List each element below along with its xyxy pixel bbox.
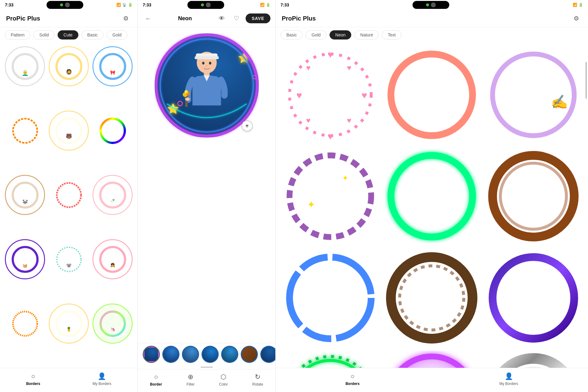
svg-text:👧: 👧 bbox=[110, 262, 115, 267]
tab-gold-right[interactable]: Gold bbox=[306, 30, 326, 40]
list-item[interactable]: 🐼 bbox=[5, 175, 45, 215]
list-item[interactable] bbox=[383, 46, 480, 143]
svg-point-59 bbox=[391, 257, 473, 339]
svg-point-57 bbox=[500, 163, 566, 229]
svg-point-21 bbox=[13, 311, 37, 336]
list-item[interactable] bbox=[383, 148, 480, 245]
svg-text:♥: ♥ bbox=[347, 116, 352, 125]
neon-ring-svg-7 bbox=[282, 249, 379, 346]
nav-color[interactable]: ⬡ Color bbox=[214, 372, 233, 388]
nav-my-borders-left[interactable]: 👤 My Borders bbox=[88, 371, 116, 387]
svg-text:♥: ♥ bbox=[327, 49, 333, 60]
svg-point-56 bbox=[492, 156, 574, 237]
svg-point-52 bbox=[289, 156, 371, 237]
activity-dot bbox=[60, 3, 63, 6]
nav-border[interactable]: ○ Border bbox=[145, 372, 167, 388]
neon-ring-svg-10 bbox=[282, 351, 379, 368]
list-item[interactable]: 🍍 bbox=[49, 303, 89, 344]
tab-text-right[interactable]: Text bbox=[382, 30, 401, 40]
status-icons-center: 📶 🔋 bbox=[260, 3, 270, 7]
neon-ring-svg-3: ✍ bbox=[485, 46, 582, 143]
nav-my-borders-right[interactable]: 👤 My Borders bbox=[494, 371, 523, 387]
list-item[interactable]: 🐨 bbox=[49, 239, 89, 279]
filter-tabs-right: Basic Gold Neon Nature Text bbox=[276, 27, 588, 43]
favorite-button[interactable]: ♡ bbox=[231, 13, 242, 24]
svg-text:✦: ✦ bbox=[342, 174, 349, 182]
list-item[interactable] bbox=[485, 148, 582, 245]
tab-neon-right[interactable]: Neon bbox=[330, 30, 351, 40]
list-item[interactable] bbox=[5, 303, 45, 344]
list-item[interactable] bbox=[282, 351, 379, 368]
list-item[interactable] bbox=[383, 249, 480, 346]
svg-point-61 bbox=[492, 257, 574, 339]
status-bar-center: 7:33 📶 🔋 bbox=[138, 0, 275, 10]
avatar-pill-right bbox=[431, 2, 436, 7]
recent-thumb-5[interactable] bbox=[221, 346, 238, 363]
settings-button-left[interactable]: ⚙ bbox=[120, 13, 131, 24]
battery-icon-center: 🔋 bbox=[266, 3, 270, 7]
list-item[interactable] bbox=[485, 351, 582, 368]
svg-text:👨‍🦳: 👨‍🦳 bbox=[22, 70, 29, 76]
list-item[interactable]: 👨‍🦳 bbox=[5, 46, 45, 86]
list-item[interactable]: ✍ bbox=[485, 46, 582, 143]
save-button[interactable]: SAVE bbox=[246, 13, 270, 23]
recent-thumb-6[interactable] bbox=[241, 346, 258, 363]
back-button[interactable]: ← bbox=[143, 13, 154, 24]
list-item[interactable]: 🎀 bbox=[92, 46, 133, 86]
recent-thumb-4[interactable] bbox=[202, 346, 219, 363]
svg-point-15 bbox=[13, 247, 37, 272]
nav-label-border: Border bbox=[150, 382, 162, 386]
svg-text:🍍: 🍍 bbox=[66, 326, 72, 332]
recent-thumb-3[interactable] bbox=[182, 346, 199, 363]
list-item[interactable] bbox=[5, 111, 45, 151]
add-sticker-button[interactable]: + bbox=[242, 120, 253, 131]
list-item[interactable]: ♥ ♥ ♥ ♥ ♥ ♥ ♥ ♥ bbox=[282, 46, 379, 143]
svg-point-64 bbox=[389, 356, 474, 368]
list-item[interactable]: 👧 bbox=[92, 239, 133, 279]
list-item[interactable] bbox=[49, 175, 89, 215]
list-item[interactable]: 🧔 bbox=[49, 46, 89, 86]
neon-ring-svg-5 bbox=[383, 148, 480, 245]
settings-button-right[interactable]: ⚙ bbox=[571, 13, 582, 24]
tab-basic[interactable]: Basic bbox=[81, 30, 104, 40]
tab-gold[interactable]: Gold bbox=[107, 30, 127, 40]
nav-rotate[interactable]: ↻ Rotate bbox=[247, 372, 268, 388]
nav-label-rotate: Rotate bbox=[252, 382, 263, 386]
preview-button[interactable]: 👁 bbox=[216, 13, 227, 24]
svg-text:♥: ♥ bbox=[361, 90, 367, 101]
svg-point-49 bbox=[391, 54, 473, 136]
svg-point-12 bbox=[57, 183, 81, 207]
back-icon: ← bbox=[145, 15, 151, 22]
list-item[interactable] bbox=[485, 249, 582, 346]
list-item[interactable]: ✦ ✦ bbox=[282, 148, 379, 245]
recent-thumb-7[interactable] bbox=[260, 346, 275, 363]
tab-cute[interactable]: Cute bbox=[58, 30, 78, 40]
svg-point-4 bbox=[100, 54, 125, 79]
list-item[interactable]: 🐻 bbox=[49, 111, 89, 151]
neon-ring-svg-9 bbox=[485, 249, 582, 346]
svg-text:🍼: 🍼 bbox=[110, 198, 115, 203]
list-item[interactable] bbox=[92, 111, 133, 151]
status-icons-right: 📶 🔋 bbox=[573, 3, 583, 7]
recent-thumb-2[interactable] bbox=[162, 346, 179, 363]
scrollbar-thumb[interactable] bbox=[586, 62, 587, 99]
list-item[interactable]: 🦄 bbox=[92, 303, 133, 344]
tab-solid[interactable]: Solid bbox=[33, 30, 55, 40]
signal-icon-center: 📶 bbox=[260, 3, 265, 7]
neon-ring-svg: ♥ ♥ ♥ ♥ ♥ ♥ ♥ ♥ bbox=[282, 46, 379, 143]
list-item[interactable]: 🍼 bbox=[92, 175, 133, 215]
recent-thumb-1[interactable] bbox=[143, 346, 160, 363]
tab-pattern[interactable]: Pattern bbox=[5, 30, 30, 40]
nav-label-my-borders-right: My Borders bbox=[499, 382, 518, 386]
list-item[interactable] bbox=[383, 351, 480, 368]
svg-point-24 bbox=[100, 311, 125, 336]
filter-tabs-left: Pattern Solid Cute Basic Gold bbox=[0, 27, 138, 43]
scrollbar-track bbox=[586, 61, 587, 343]
list-item[interactable] bbox=[282, 249, 379, 346]
list-item[interactable]: 🧺 bbox=[5, 239, 45, 279]
nav-filter[interactable]: ⊕ Filter bbox=[182, 372, 200, 388]
nav-borders-left[interactable]: ○ Borders bbox=[21, 371, 45, 387]
nav-borders-right[interactable]: ○ Borders bbox=[341, 371, 364, 387]
tab-nature-right[interactable]: Nature bbox=[354, 30, 379, 40]
tab-basic-right[interactable]: Basic bbox=[281, 30, 303, 40]
